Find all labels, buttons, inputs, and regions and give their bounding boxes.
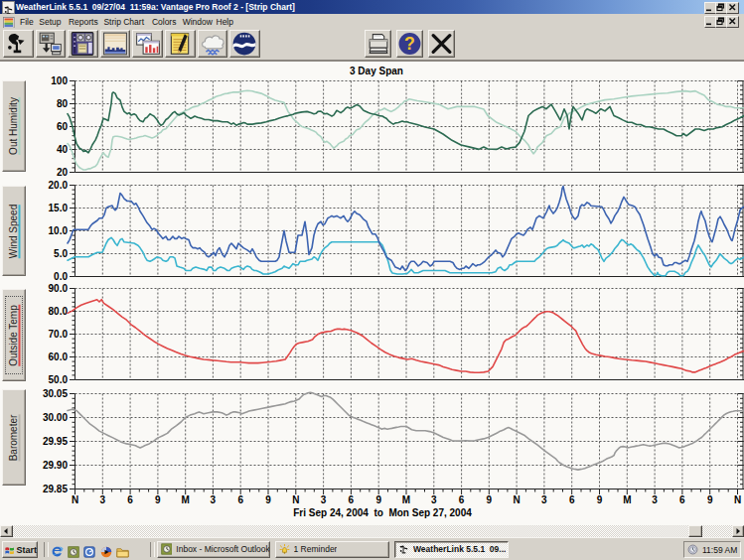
- svg-text:M: M: [623, 494, 631, 505]
- svg-text:3: 3: [652, 494, 658, 505]
- svg-text:M: M: [182, 494, 190, 505]
- svg-text:20.0: 20.0: [49, 180, 69, 191]
- svg-text:9: 9: [487, 494, 493, 505]
- svg-text:3: 3: [431, 494, 437, 505]
- svg-text:50.0: 50.0: [49, 374, 69, 385]
- svg-text:70.0: 70.0: [49, 329, 69, 340]
- svg-text:90.0: 90.0: [49, 283, 69, 294]
- svg-text:6: 6: [237, 494, 243, 505]
- svg-text:9: 9: [265, 494, 271, 505]
- svg-text:N: N: [734, 494, 741, 505]
- svg-text:6: 6: [679, 494, 685, 505]
- svg-text:40: 40: [57, 144, 69, 155]
- svg-text:100: 100: [51, 75, 68, 86]
- svg-text:3: 3: [321, 494, 327, 505]
- svg-text:9: 9: [375, 494, 381, 505]
- svg-text:80: 80: [57, 98, 69, 109]
- svg-text:20: 20: [57, 167, 69, 178]
- svg-text:N: N: [292, 494, 299, 505]
- svg-text:6: 6: [569, 494, 575, 505]
- svg-text:80.0: 80.0: [49, 306, 69, 317]
- svg-text:6: 6: [459, 494, 465, 505]
- svg-text:30.05: 30.05: [43, 388, 68, 399]
- svg-text:3 Day Span: 3 Day Span: [350, 66, 403, 76]
- svg-text:Fri Sep 24, 2004 to Mon Sep: Fri Sep 24, 2004 to Mon Sep 27, 2004: [293, 507, 472, 518]
- svg-text:29.90: 29.90: [43, 460, 68, 471]
- svg-text:0.0: 0.0: [54, 271, 68, 282]
- svg-text:3: 3: [211, 494, 217, 505]
- svg-text:3: 3: [100, 494, 106, 505]
- svg-text:30.00: 30.00: [43, 412, 68, 423]
- svg-text:60: 60: [57, 121, 69, 132]
- svg-text:9: 9: [707, 494, 713, 505]
- svg-text:?: ?: [404, 34, 415, 54]
- svg-text:N: N: [513, 494, 520, 505]
- svg-text:10.0: 10.0: [49, 225, 69, 236]
- svg-text:3: 3: [541, 494, 547, 505]
- svg-text:6: 6: [127, 494, 133, 505]
- svg-text:9: 9: [597, 494, 603, 505]
- svg-text:6: 6: [349, 494, 355, 505]
- svg-text:29.95: 29.95: [43, 436, 68, 447]
- svg-text:9: 9: [155, 494, 161, 505]
- svg-text:29.85: 29.85: [43, 484, 68, 494]
- svg-text:M: M: [402, 494, 410, 505]
- svg-text:15.0: 15.0: [49, 203, 69, 213]
- svg-text:N: N: [72, 494, 78, 505]
- svg-text:5.0: 5.0: [54, 248, 68, 259]
- svg-text:60.0: 60.0: [49, 351, 69, 362]
